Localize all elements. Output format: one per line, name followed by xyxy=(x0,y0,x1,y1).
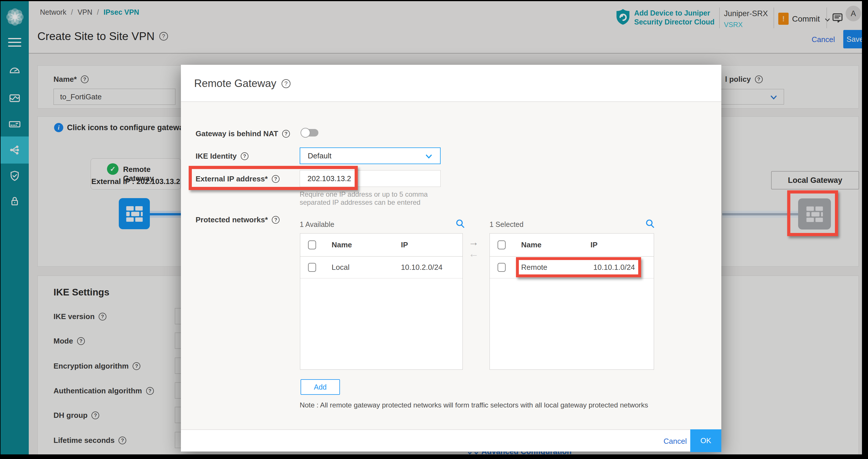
cell-name: Local xyxy=(332,263,349,272)
annotation-external-ip xyxy=(189,166,358,190)
modal-cancel-button[interactable]: Cancel xyxy=(663,437,687,446)
protected-networks-help-icon[interactable] xyxy=(272,216,280,224)
cell-ip: 10.10.2.0/24 xyxy=(401,263,443,272)
chevron-down-icon xyxy=(424,151,434,161)
frame-left xyxy=(0,0,1,459)
nat-help-icon[interactable] xyxy=(282,130,290,138)
modal-title: Remote Gateway xyxy=(194,78,276,90)
selected-list: Name IP Remote 10.10.1.0/24 xyxy=(490,233,654,370)
available-list: Name IP Local 10.10.2.0/24 xyxy=(300,233,463,370)
ike-identity-label: IKE Identity xyxy=(195,152,237,161)
column-header-ip[interactable]: IP xyxy=(401,240,408,249)
traffic-selector-note: Note : All remote gateway protected netw… xyxy=(300,401,668,409)
annotation-selected-remote-row xyxy=(516,257,641,277)
modal-help-icon[interactable] xyxy=(282,79,290,88)
nat-label: Gateway is behind NAT xyxy=(195,129,278,138)
modal-header: Remote Gateway xyxy=(181,65,721,102)
annotation-local-gateway-icon xyxy=(787,190,838,236)
add-button[interactable]: Add xyxy=(301,379,340,395)
select-all-checkbox[interactable] xyxy=(498,240,506,249)
ike-identity-help-icon[interactable] xyxy=(241,152,248,160)
modal-ok-button[interactable]: OK xyxy=(690,429,721,452)
move-left-arrow[interactable]: ← xyxy=(468,248,479,260)
protected-networks-label: Protected networks* xyxy=(195,216,268,224)
app-root: Network / VPN / IPsec VPN Create Site to… xyxy=(0,0,868,459)
frame-right xyxy=(862,0,868,459)
nat-toggle[interactable] xyxy=(301,129,319,137)
selected-count: 1 Selected xyxy=(490,220,523,229)
ike-identity-label-row: IKE Identity xyxy=(195,152,248,161)
select-all-checkbox[interactable] xyxy=(308,240,316,249)
table-row[interactable]: Local 10.10.2.0/24 xyxy=(300,257,463,279)
move-right-arrow[interactable]: → xyxy=(468,236,479,248)
frame-top xyxy=(0,0,868,1)
ike-identity-select[interactable]: Default xyxy=(300,147,441,164)
external-ip-helper-text: Require one IP address or up to 5 comma … xyxy=(300,190,441,206)
available-list-header: Name IP xyxy=(300,233,463,257)
row-checkbox[interactable] xyxy=(498,263,506,272)
modal-footer: Cancel OK xyxy=(181,429,721,452)
modal-title-row: Remote Gateway xyxy=(194,78,290,90)
protected-networks-label-row: Protected networks* xyxy=(195,216,280,224)
selected-search-icon[interactable] xyxy=(645,218,655,230)
frame-bottom xyxy=(0,454,868,459)
toggle-knob xyxy=(301,128,310,138)
column-header-name[interactable]: Name xyxy=(521,240,541,249)
column-header-name[interactable]: Name xyxy=(332,240,352,249)
nat-label-row: Gateway is behind NAT xyxy=(195,129,290,138)
column-header-ip[interactable]: IP xyxy=(590,240,598,249)
row-checkbox[interactable] xyxy=(308,263,316,272)
available-count: 1 Available xyxy=(300,220,334,229)
available-search-icon[interactable] xyxy=(455,218,466,230)
selected-list-header: Name IP xyxy=(490,233,654,257)
